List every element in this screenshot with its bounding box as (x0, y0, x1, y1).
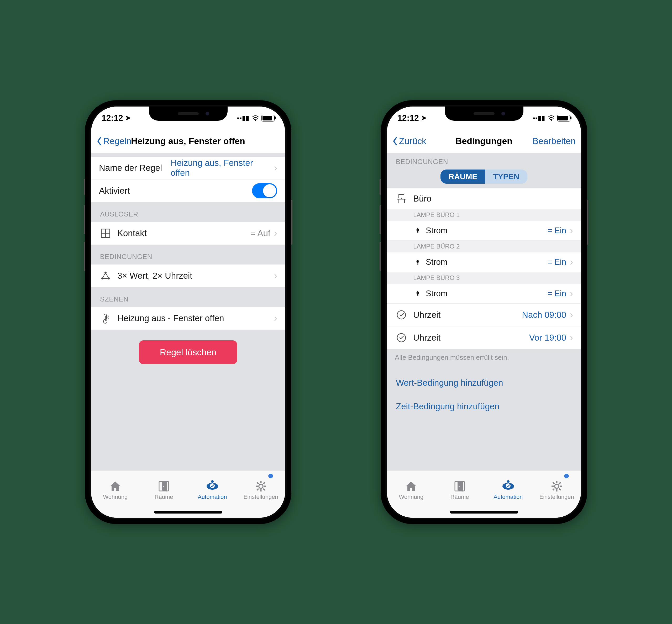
section-header-conditions: BEDINGUNGEN (387, 153, 581, 170)
home-indicator[interactable] (154, 511, 222, 514)
tab-automation[interactable]: Automation (188, 470, 237, 510)
content: BEDINGUNGEN RÄUME TYPEN Büro LAMPE BÜRO … (387, 153, 581, 470)
time-value: Vor 19:00 (529, 333, 568, 343)
bulb-icon (413, 227, 422, 234)
segmented-control: RÄUME TYPEN (387, 170, 581, 188)
nodes-icon (99, 270, 112, 281)
device-label: Strom (426, 289, 448, 298)
tab-bar: Wohnung Räume Automation Einstellungen (91, 470, 285, 518)
chevron-right-icon: › (272, 313, 277, 324)
wifi-icon (251, 115, 259, 121)
time-label: Uhrzeit (413, 310, 441, 320)
conditions-footnote: Alle Bedingungen müssen erfüllt sein. (387, 349, 581, 366)
add-time-condition[interactable]: Zeit-Bedingung hinzufügen (387, 395, 581, 418)
tab-home[interactable]: Wohnung (387, 470, 435, 510)
rule-name-row[interactable]: Name der Regel Heizung aus, Fenster offe… (91, 157, 285, 180)
time-row[interactable]: Uhrzeit Vor 19:00 › (387, 327, 581, 349)
location-icon: ➤ (125, 114, 131, 122)
add-value-condition[interactable]: Wert-Bedingung hinzufügen (387, 371, 581, 395)
device-label: Strom (426, 257, 448, 267)
conditions-label: 3× Wert, 2× Uhrzeit (117, 271, 193, 281)
settings-badge (564, 474, 569, 478)
trigger-row[interactable]: Kontakt = Auf › (91, 222, 285, 245)
chevron-right-icon: › (568, 309, 573, 320)
tab-automation[interactable]: Automation (484, 470, 532, 510)
segment-rooms[interactable]: RÄUME (441, 170, 485, 184)
device-value: = Ein (547, 226, 568, 235)
activated-row: Aktiviert (91, 180, 285, 202)
time-label: Uhrzeit (413, 333, 441, 343)
chevron-right-icon: › (272, 270, 277, 281)
delete-rule-button[interactable]: Regel löschen (139, 340, 237, 364)
back-button[interactable]: Regeln (96, 136, 131, 146)
edit-button[interactable]: Bearbeiten (532, 136, 576, 146)
scene-label: Heizung aus - Fenster offen (117, 313, 224, 323)
bulb-icon (413, 290, 422, 297)
room-label: Büro (413, 194, 431, 204)
time-row[interactable]: Uhrzeit Nach 09:00 › (387, 304, 581, 327)
nav-bar: Zurück Bedingungen Bearbeiten (387, 130, 581, 153)
status-time: 12:12 (397, 113, 419, 123)
back-label: Regeln (103, 136, 131, 146)
chevron-left-icon (392, 136, 398, 146)
battery-icon (262, 115, 275, 122)
chevron-right-icon: › (272, 228, 277, 239)
window-icon (99, 228, 112, 238)
tab-home[interactable]: Wohnung (91, 470, 140, 510)
device-group-header: LAMPE BÜRO 1 (387, 209, 581, 221)
battery-icon (557, 115, 570, 122)
clock-icon (395, 333, 408, 343)
device-row[interactable]: Strom = Ein › (387, 221, 581, 241)
scene-row[interactable]: Heizung aus - Fenster offen › (91, 307, 285, 330)
status-time: 12:12 (102, 113, 123, 123)
device-group-header: LAMPE BÜRO 3 (387, 272, 581, 284)
device-group-header: LAMPE BÜRO 2 (387, 241, 581, 253)
notch (149, 107, 228, 121)
rule-name-label: Name der Regel (99, 163, 162, 173)
chevron-right-icon: › (568, 332, 573, 343)
device-row[interactable]: Strom = Ein › (387, 284, 581, 304)
section-header-trigger: AUSLÖSER (91, 202, 285, 222)
device-row[interactable]: Strom = Ein › (387, 253, 581, 272)
device-label: Strom (426, 226, 448, 235)
nav-bar: Regeln Heizung aus, Fenster offen (91, 130, 285, 153)
cellular-icon: ▪▪▮▮ (237, 114, 249, 122)
chevron-right-icon: › (568, 225, 573, 236)
segment-types[interactable]: TYPEN (485, 170, 527, 184)
tab-settings[interactable]: Einstellungen (237, 470, 285, 510)
home-indicator[interactable] (450, 511, 518, 514)
time-value: Nach 09:00 (522, 310, 568, 320)
room-row[interactable]: Büro (387, 188, 581, 209)
phone-left: 12:12 ➤ ▪▪▮▮ Regeln Heizung aus, Fenster… (85, 100, 291, 524)
chevron-right-icon: › (568, 288, 573, 299)
settings-badge (268, 474, 273, 478)
section-header-conditions: BEDINGUNGEN (91, 245, 285, 264)
location-icon: ➤ (421, 114, 427, 122)
trigger-label: Kontakt (117, 228, 147, 238)
device-value: = Ein (547, 289, 568, 298)
chevron-left-icon (96, 136, 102, 146)
trigger-value: = Auf (250, 228, 272, 238)
conditions-row[interactable]: 3× Wert, 2× Uhrzeit › (91, 264, 285, 287)
tab-bar: Wohnung Räume Automation Einstellungen (387, 470, 581, 518)
chevron-right-icon: › (272, 162, 277, 174)
tab-settings[interactable]: Einstellungen (532, 470, 581, 510)
tab-rooms[interactable]: Räume (435, 470, 484, 510)
section-header-scenes: SZENEN (91, 287, 285, 307)
thermometer-icon (99, 313, 112, 323)
device-value: = Ein (547, 257, 568, 267)
desk-icon (395, 193, 408, 204)
tab-rooms[interactable]: Räume (140, 470, 188, 510)
back-button[interactable]: Zurück (392, 136, 426, 146)
activated-toggle[interactable] (252, 183, 277, 199)
notch (445, 107, 523, 121)
activated-label: Aktiviert (99, 186, 130, 196)
rule-name-value: Heizung aus, Fenster offen (171, 158, 272, 178)
chevron-right-icon: › (568, 257, 573, 268)
wifi-icon (547, 115, 555, 121)
back-label: Zurück (399, 136, 426, 146)
cellular-icon: ▪▪▮▮ (533, 114, 545, 122)
clock-icon (395, 310, 408, 320)
phone-right: 12:12 ➤ ▪▪▮▮ Zurück Bedingungen Bearbeit… (381, 100, 587, 524)
content: Name der Regel Heizung aus, Fenster offe… (91, 153, 285, 470)
